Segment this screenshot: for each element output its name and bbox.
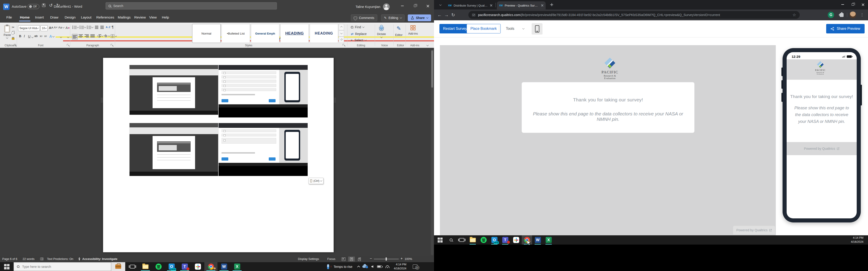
scrollbar-thumb[interactable] bbox=[431, 50, 433, 88]
undo-icon[interactable]: ↺ bbox=[49, 3, 53, 7]
pilcrow-icon[interactable]: ¶ bbox=[112, 25, 114, 29]
tab-distribute-survey[interactable]: XM Distribute Survey | Qualtrics Exp bbox=[446, 1, 495, 9]
site-settings-icon[interactable] bbox=[472, 13, 475, 16]
address-bar[interactable]: pacificresearch.qualtrics.com/jfe/previe… bbox=[468, 11, 800, 19]
tab-view[interactable]: View bbox=[149, 15, 157, 20]
grammarly-extension-icon[interactable]: G bbox=[828, 12, 834, 18]
change-case-icon[interactable]: Aa bbox=[58, 26, 64, 29]
word-restore-button[interactable] bbox=[409, 0, 421, 12]
taskbar-excel[interactable]: X bbox=[230, 262, 244, 271]
chrome-menu-icon[interactable]: ⋮ bbox=[860, 14, 864, 16]
new-tab-icon[interactable] bbox=[550, 3, 553, 6]
tab-mailings[interactable]: Mailings bbox=[118, 15, 131, 20]
word-search-box[interactable]: Search bbox=[105, 2, 277, 9]
forward-icon[interactable]: → bbox=[443, 12, 450, 18]
tab-file[interactable]: File bbox=[6, 15, 12, 20]
font-dialog-launcher-icon[interactable] bbox=[67, 44, 69, 46]
tab-search-icon[interactable] bbox=[437, 2, 444, 8]
read-mode-icon[interactable] bbox=[340, 257, 347, 262]
clear-formatting-icon[interactable]: A◆ bbox=[66, 26, 70, 30]
accessibility-status[interactable]: Accessibility: Investigate bbox=[82, 257, 117, 261]
user-avatar[interactable] bbox=[383, 3, 390, 10]
chrome-restore-button[interactable] bbox=[848, 0, 858, 9]
word-close-button[interactable] bbox=[421, 0, 434, 12]
multilevel-list-icon[interactable] bbox=[87, 26, 93, 29]
embedded-screenshot-survey-2[interactable] bbox=[219, 123, 308, 176]
clock-right[interactable]: 4:14 PM4/16/2024 bbox=[848, 235, 866, 245]
grow-font-icon[interactable]: A˄ bbox=[49, 26, 53, 30]
page-indicator[interactable]: Page 6 of 6 bbox=[2, 257, 18, 261]
onedrive-icon[interactable] bbox=[361, 262, 369, 271]
style-normal[interactable]: Normal bbox=[192, 24, 221, 43]
tab-preview-survey-active[interactable]: XM Preview - Qualtrics Survey | Qua bbox=[497, 1, 546, 9]
proofing-icon[interactable] bbox=[40, 258, 43, 260]
bold-button[interactable]: B bbox=[19, 34, 21, 38]
tools-dropdown[interactable]: Tools bbox=[506, 27, 514, 31]
chrome-minimize-button[interactable] bbox=[837, 0, 848, 9]
autosave-toggle[interactable]: Off bbox=[28, 4, 39, 9]
focus-mode[interactable]: Focus bbox=[327, 257, 335, 261]
back-icon[interactable]: ← bbox=[436, 12, 443, 18]
taskbar-teams[interactable]: T bbox=[178, 262, 191, 271]
justify-button[interactable] bbox=[90, 34, 95, 37]
taskbar-word[interactable]: W bbox=[217, 262, 230, 271]
weather-widget[interactable]: Temps to rise bbox=[325, 262, 354, 271]
tab-home[interactable]: Home bbox=[20, 15, 30, 20]
start-button[interactable] bbox=[0, 262, 13, 271]
zoom-slider-thumb[interactable] bbox=[385, 258, 387, 261]
copy-icon[interactable] bbox=[12, 32, 14, 34]
start-button-right[interactable] bbox=[435, 235, 445, 245]
embedded-screenshot-word-2[interactable] bbox=[129, 123, 218, 176]
task-view-right[interactable] bbox=[457, 235, 467, 245]
sort-icon[interactable]: A↓Z bbox=[106, 26, 110, 29]
subscript-button[interactable]: x2 bbox=[40, 34, 42, 38]
paste-button[interactable]: Paste bbox=[4, 25, 11, 38]
word-minimize-button[interactable] bbox=[396, 0, 409, 12]
decrease-indent-icon[interactable] bbox=[95, 26, 98, 29]
taskbar-file-explorer[interactable] bbox=[139, 262, 152, 271]
word-count[interactable]: 22 words bbox=[23, 257, 35, 261]
line-spacing-icon[interactable]: ↕ bbox=[97, 34, 103, 37]
tab-design[interactable]: Design bbox=[65, 15, 75, 20]
styles-gallery-more-icon[interactable] bbox=[339, 37, 344, 43]
comments-button[interactable]: Comments bbox=[351, 14, 377, 21]
embedded-screenshot-word-1[interactable] bbox=[129, 65, 218, 115]
save-icon[interactable] bbox=[42, 4, 45, 7]
active-tab-close-icon[interactable] bbox=[541, 4, 544, 6]
chrome-close-button[interactable] bbox=[858, 0, 868, 9]
text-effects-icon[interactable]: A bbox=[49, 34, 54, 39]
tray-chevron-icon[interactable] bbox=[355, 262, 362, 271]
underline-button[interactable]: U bbox=[28, 34, 31, 38]
shading-icon[interactable] bbox=[104, 35, 110, 37]
collapse-ribbon-icon[interactable] bbox=[427, 44, 429, 46]
taskbar-slack[interactable] bbox=[191, 262, 204, 271]
styles-dialog-launcher-icon[interactable] bbox=[343, 44, 345, 46]
taskbar-search-box[interactable] bbox=[13, 262, 111, 271]
tab-help[interactable]: Help bbox=[162, 15, 169, 20]
mobile-preview-toggle[interactable] bbox=[532, 23, 542, 35]
clock-left[interactable]: 4:14 PM4/16/2024 bbox=[392, 262, 409, 271]
align-left-button[interactable] bbox=[72, 34, 78, 40]
battery-icon[interactable] bbox=[376, 262, 383, 271]
bullet-list-icon[interactable] bbox=[72, 26, 79, 29]
style-general-emph[interactable]: General Emph bbox=[251, 24, 279, 43]
zoom-in-icon[interactable]: + bbox=[401, 257, 403, 261]
search-highlights-icon[interactable] bbox=[111, 262, 125, 271]
style-bulleted-list[interactable]: Bulleted List bbox=[221, 24, 250, 43]
select-button[interactable]: Select bbox=[351, 38, 366, 42]
wifi-icon[interactable] bbox=[384, 262, 391, 271]
task-view-button[interactable] bbox=[127, 262, 138, 271]
taskbar-outlook[interactable]: ONEW bbox=[165, 262, 178, 271]
taskbar-search-input[interactable] bbox=[22, 265, 97, 269]
share-button[interactable]: Share bbox=[408, 14, 431, 21]
style-heading2[interactable]: HEADING bbox=[310, 24, 338, 43]
teams-right[interactable]: T bbox=[500, 235, 510, 245]
find-button[interactable]: Find bbox=[351, 25, 364, 29]
cut-icon[interactable]: ✂ bbox=[12, 25, 15, 29]
zoom-slider[interactable] bbox=[374, 259, 399, 259]
notification-center[interactable]: 22 bbox=[410, 262, 421, 271]
share-preview-button[interactable]: Share Preview bbox=[826, 24, 865, 33]
spotify-right[interactable] bbox=[478, 235, 489, 245]
editing-mode-button[interactable]: ✎ Editing bbox=[381, 14, 405, 21]
excel-right[interactable]: X bbox=[544, 235, 554, 245]
